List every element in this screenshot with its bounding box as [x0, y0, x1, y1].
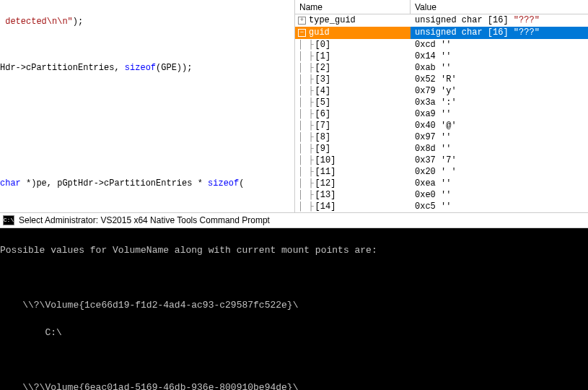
- watch-value: 0xe0 '': [411, 189, 588, 201]
- tree-line-icon: │ ├: [298, 39, 314, 51]
- watch-index: [12]: [315, 178, 336, 189]
- watch-row[interactable]: │ ├ [0]0xcd '': [295, 39, 588, 51]
- expand-icon[interactable]: +: [298, 17, 306, 25]
- watch-index: [13]: [315, 189, 336, 201]
- watch-index: [14]: [315, 201, 336, 212]
- watch-panel[interactable]: Name Value +type_guid unsigned char [16]…: [294, 0, 588, 212]
- code-text: Hdr->cPartitionEntries,: [0, 63, 125, 73]
- watch-row[interactable]: │ ├ [12]0xea '': [295, 178, 588, 189]
- watch-index: [10]: [315, 155, 336, 166]
- console-title-text: Select Administrator: VS2015 x64 Native …: [19, 215, 270, 225]
- console-line: Possible values for VolumeName along wit…: [0, 243, 588, 257]
- code-text: (GPE));: [156, 63, 192, 73]
- watch-index: [7]: [315, 120, 331, 131]
- code-keyword: sizeof: [208, 178, 239, 188]
- watch-value: unsigned char [16]: [415, 15, 514, 25]
- watch-value: 0x14 '': [411, 51, 588, 62]
- watch-name: type_guid: [309, 14, 356, 27]
- watch-row[interactable]: │ ├ [8]0x97 '': [295, 131, 588, 143]
- tree-line-icon: │ ├: [298, 131, 314, 143]
- code-keyword: char: [0, 178, 21, 188]
- watch-index: [3]: [315, 74, 331, 85]
- watch-row[interactable]: │ ├ [14]0xc5 '': [295, 201, 588, 212]
- watch-value: 0xea '': [411, 178, 588, 189]
- code-text: detected: [0, 17, 47, 27]
- watch-row[interactable]: │ ├ [3]0x52 'R': [295, 74, 588, 85]
- tree-line-icon: │ ├: [298, 62, 314, 74]
- console-line: C:\: [0, 326, 588, 339]
- tree-line-icon: │ ├: [298, 166, 314, 178]
- tree-line-icon: │ ├: [298, 51, 314, 62]
- watch-row[interactable]: │ ├ [1]0x14 '': [295, 51, 588, 62]
- watch-value: 0xc5 '': [411, 201, 588, 212]
- watch-row-selected[interactable]: −guid unsigned char [16] "???": [295, 27, 588, 39]
- watch-value: 0x20 ' ': [411, 166, 588, 178]
- watch-value: 0x79 'y': [411, 85, 588, 97]
- code-keyword: sizeof: [125, 63, 156, 73]
- console-titlebar[interactable]: C:\ Select Administrator: VS2015 x64 Nat…: [0, 212, 588, 228]
- watch-row[interactable]: │ ├ [13]0xe0 '': [295, 189, 588, 201]
- watch-index: [6]: [315, 108, 331, 120]
- watch-index: [2]: [315, 62, 331, 74]
- tree-line-icon: │ ├: [298, 143, 314, 155]
- watch-row[interactable]: │ ├ [2]0xab '': [295, 62, 588, 74]
- console-line: \\?\Volume{6eac01ad-5169-46db-936e-80091…: [0, 381, 588, 390]
- code-editor[interactable]: detected\n\n"); Hdr->cPartitionEntries, …: [0, 0, 294, 212]
- code-text: );: [73, 17, 83, 27]
- watch-name: guid: [309, 27, 330, 39]
- tree-line-icon: │ ├: [298, 85, 314, 97]
- watch-value: 0x37 '7': [411, 155, 588, 166]
- code-text: \n\n": [47, 17, 73, 27]
- watch-value: 0x3a ':': [411, 97, 588, 108]
- column-header-value[interactable]: Value: [411, 0, 588, 14]
- watch-index: [5]: [315, 97, 331, 108]
- watch-row[interactable]: │ ├ [10]0x37 '7': [295, 155, 588, 166]
- watch-value: 0x97 '': [411, 131, 588, 143]
- watch-value: 0x52 'R': [411, 74, 588, 85]
- watch-value: unsigned char [16]: [415, 27, 514, 38]
- console-line: \\?\Volume{1ce66d19-f1d2-4ad4-ac93-c2958…: [0, 298, 588, 312]
- watch-value: 0xcd '': [411, 39, 588, 51]
- watch-index: [11]: [315, 166, 336, 178]
- console-output[interactable]: Possible values for VolumeName along wit…: [0, 228, 588, 390]
- tree-line-icon: │ ├: [298, 108, 314, 120]
- watch-value: 0xab '': [411, 62, 588, 74]
- watch-row[interactable]: │ ├ [9]0x8d '': [295, 143, 588, 155]
- watch-row[interactable]: │ ├ [11]0x20 ' ': [295, 166, 588, 178]
- watch-row[interactable]: │ ├ [5]0x3a ':': [295, 97, 588, 108]
- watch-header: Name Value: [295, 0, 588, 14]
- column-header-name[interactable]: Name: [295, 0, 411, 14]
- tree-line-icon: │ ├: [298, 155, 314, 166]
- tree-line-icon: │ ├: [298, 201, 314, 212]
- watch-index: [9]: [315, 143, 331, 155]
- watch-row[interactable]: │ ├ [6]0xa9 '': [295, 108, 588, 120]
- watch-body[interactable]: +type_guid unsigned char [16] "???" −gui…: [295, 14, 588, 212]
- tree-line-icon: │ ├: [298, 120, 314, 131]
- watch-value: 0xa9 '': [411, 108, 588, 120]
- watch-index: [4]: [315, 85, 331, 97]
- watch-index: [1]: [315, 51, 331, 62]
- watch-row[interactable]: │ ├ [7]0x40 '@': [295, 120, 588, 131]
- code-text: (: [239, 178, 244, 188]
- tree-line-icon: │ ├: [298, 178, 314, 189]
- tree-line-icon: │ ├: [298, 74, 314, 85]
- tree-line-icon: │ ├: [298, 97, 314, 108]
- cmd-icon: C:\: [3, 215, 14, 225]
- watch-value: 0x8d '': [411, 143, 588, 155]
- watch-value: 0x40 '@': [411, 120, 588, 131]
- watch-row[interactable]: +type_guid unsigned char [16] "???": [295, 14, 588, 27]
- watch-index: [8]: [315, 131, 331, 143]
- collapse-icon[interactable]: −: [298, 29, 306, 37]
- watch-value-quoted: "???": [514, 27, 540, 38]
- watch-row[interactable]: │ ├ [4]0x79 'y': [295, 85, 588, 97]
- code-text: *)pe, pGptHdr->cPartitionEntries *: [21, 178, 208, 188]
- watch-value-quoted: "???": [514, 15, 540, 25]
- watch-index: [0]: [315, 39, 331, 51]
- tree-line-icon: │ ├: [298, 189, 314, 201]
